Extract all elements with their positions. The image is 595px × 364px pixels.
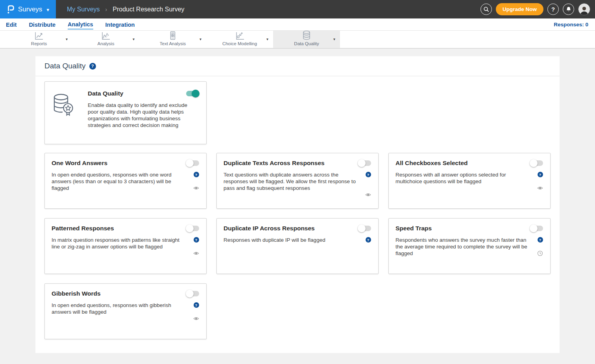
data-quality-toggle[interactable] [186,91,199,96]
breadcrumb-current-survey: Product Research Survey [113,6,184,13]
toolbar-tab-reports[interactable]: Reports ▾ [6,31,72,48]
panel-header: Data Quality ? [35,56,560,76]
analytics-toolbar: Reports ▾ Analysis ▾ Text Analysis ▾ Cho… [0,31,595,49]
data-quality-master-card: Data Quality Enable data quality to iden… [44,81,207,144]
chevron-down-icon[interactable]: ▾ [66,37,68,41]
card-patterned-responses: Patterned Responses In matrix question r… [44,218,207,274]
card-speed-traps: Speed Traps Respondents who answers the … [388,218,551,274]
card-title: Speed Traps [395,225,432,232]
help-button[interactable]: ? [547,4,559,15]
search-icon [483,6,489,12]
user-photo-icon [579,5,589,15]
questionpro-logo-icon [6,5,15,14]
card-duplicate-ip: Duplicate IP Across Responses Responses … [216,218,379,274]
toolbar-tab-label: Reports [31,41,47,46]
gibberish-words-toggle[interactable] [186,291,199,296]
tab-edit[interactable]: Edit [6,20,17,29]
eye-icon[interactable] [193,316,199,322]
breadcrumb-separator-icon: › [105,6,107,13]
toggle-knob [192,90,200,97]
document-grid-icon [168,31,178,41]
one-word-answers-toggle[interactable] [186,160,199,166]
trend-chart-icon [101,31,111,41]
duplicate-ip-toggle[interactable] [358,226,371,231]
tab-analytics[interactable]: Analytics [68,20,93,29]
panel-body: Data Quality Enable data quality to iden… [35,76,560,351]
eye-icon[interactable] [537,185,543,191]
toolbar-tab-choice-modelling[interactable]: Choice Modelling ▾ [206,31,273,48]
upgrade-now-button[interactable]: Upgrade Now [496,3,543,15]
clock-icon[interactable] [537,250,543,256]
card-description: Responses with all answer options select… [395,171,532,191]
card-help-icon[interactable]: ? [194,302,199,308]
survey-nav: Edit Distribute Analytics Integration Re… [0,18,595,31]
card-description: Text questions with duplicate answers ac… [224,171,360,198]
card-title: Duplicate IP Across Responses [224,225,315,232]
toolbar-tab-label: Text Analysis [160,41,186,46]
search-button[interactable] [480,4,492,15]
tab-distribute[interactable]: Distribute [29,20,55,29]
toolbar-tab-label: Data Quality [294,41,319,46]
toolbar-tab-text-analysis[interactable]: Text Analysis ▾ [139,31,206,48]
notifications-button[interactable] [563,4,574,15]
responses-count: Responses: 0 [554,22,588,28]
eye-icon[interactable] [193,185,199,191]
card-title: Duplicate Texts Across Responses [224,160,325,167]
all-checkboxes-toggle[interactable] [530,160,543,166]
master-card-content: Data Quality Enable data quality to iden… [88,90,199,144]
breadcrumb: My Surveys › Product Research Survey [67,6,185,13]
chevron-down-icon[interactable]: ▾ [266,37,268,41]
top-bar: Surveys ▼ My Surveys › Product Research … [0,0,595,18]
card-title: All Checkboxes Selected [395,160,468,167]
tab-integration[interactable]: Integration [105,20,135,29]
toolbar-tab-data-quality[interactable]: Data Quality ▾ [273,31,340,48]
bubble-chart-icon [235,31,245,41]
card-duplicate-texts: Duplicate Texts Across Responses Text qu… [216,153,379,209]
product-switcher[interactable]: Surveys ▼ [0,0,56,18]
card-description: Responses with duplicate IP will be flag… [224,237,360,256]
avatar[interactable] [578,3,590,15]
eye-icon[interactable] [365,192,371,198]
card-title: Gibberish Words [52,290,101,297]
toggle-knob [186,224,194,232]
chevron-down-icon[interactable]: ▾ [133,37,135,41]
feature-cards-grid: One Word Answers In open ended questions… [44,153,551,339]
card-all-checkboxes-selected: All Checkboxes Selected Responses with a… [388,153,551,209]
page-title: Data Quality [44,62,86,70]
card-help-icon[interactable]: ? [538,237,543,243]
toggle-knob [530,159,538,167]
card-title: One Word Answers [52,160,107,167]
card-description: In open ended questions, responses with … [52,171,188,191]
line-chart-icon [34,31,44,41]
data-quality-panel: Data Quality ? Data Quality [35,56,560,353]
page-help-icon[interactable]: ? [89,63,96,70]
card-help-icon[interactable]: ? [538,172,543,177]
product-name: Surveys [18,6,42,13]
toolbar-tab-label: Choice Modelling [222,41,257,46]
topbar-actions: Upgrade Now ? [480,0,590,18]
card-help-icon[interactable]: ? [194,172,199,177]
toggle-knob [186,159,194,167]
help-icon: ? [551,6,555,13]
toolbar-tab-label: Analysis [98,41,115,46]
card-help-icon[interactable]: ? [366,237,371,243]
card-description: In open ended questions, responses with … [52,302,188,322]
card-description: In matrix question responses with patter… [52,237,188,256]
database-icon [302,31,311,41]
toggle-knob [358,159,366,167]
chevron-down-icon[interactable]: ▾ [200,37,201,41]
toolbar-tab-analysis[interactable]: Analysis ▾ [72,31,139,48]
card-title: Patterned Responses [52,225,114,232]
bell-icon [566,6,571,12]
card-help-icon[interactable]: ? [366,172,371,177]
breadcrumb-my-surveys[interactable]: My Surveys [67,6,100,13]
duplicate-texts-toggle[interactable] [358,160,371,166]
card-description: Enable data quality to identify and excl… [88,102,197,129]
chevron-down-icon[interactable]: ▾ [333,37,335,41]
toggle-knob [358,224,366,232]
speed-traps-toggle[interactable] [530,226,543,231]
card-help-icon[interactable]: ? [194,237,199,243]
patterned-responses-toggle[interactable] [186,226,199,231]
toggle-knob [186,290,194,298]
eye-icon[interactable] [193,250,199,256]
